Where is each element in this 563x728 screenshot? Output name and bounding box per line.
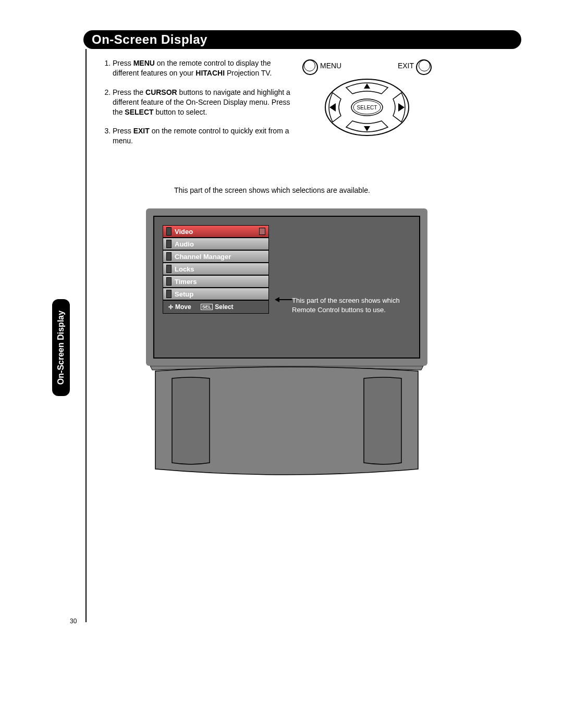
osd-label: Video <box>175 228 193 236</box>
sel-tag: SEL <box>201 304 213 310</box>
footer-move: Move <box>175 303 191 311</box>
remote-diagram: MENU EXIT SELECT <box>302 58 432 142</box>
text: Press <box>113 59 133 67</box>
bold-select: SELECT <box>125 108 153 116</box>
instruction-list: Press MENU on the remote control to disp… <box>100 58 298 155</box>
text: Projection TV. <box>225 69 272 77</box>
chevron-right-icon <box>259 228 265 235</box>
bold-exit: EXIT <box>133 127 150 135</box>
bold-menu: MENU <box>133 59 155 67</box>
exit-label: EXIT <box>398 61 414 70</box>
instruction-item: Press MENU on the remote control to disp… <box>113 58 298 78</box>
select-label: SELECT <box>357 105 377 110</box>
osd-label: Timers <box>175 278 197 286</box>
tv-illustration: Video Audio Channel Manager Locks Timers… <box>146 208 427 479</box>
exit-button-inner-icon <box>419 60 430 71</box>
osd-label: Audio <box>175 240 194 248</box>
osd-label: Setup <box>175 290 193 298</box>
manual-page: On-Screen Display Press MENU on the remo… <box>0 0 563 728</box>
text: Press <box>113 127 133 135</box>
menu-label: MENU <box>320 61 341 70</box>
tab-icon <box>166 227 172 236</box>
tab-icon <box>166 252 172 261</box>
menu-button-inner-icon <box>304 60 315 71</box>
osd-menu: Video Audio Channel Manager Locks Timers… <box>163 225 269 314</box>
footer-select: Select <box>215 303 233 311</box>
caption-remote-buttons: This part of the screen shows which Remo… <box>292 296 417 314</box>
tv-frame: Video Audio Channel Manager Locks Timers… <box>146 208 427 366</box>
osd-footer: ✢ Move SEL Select <box>163 300 269 314</box>
instruction-item: Press the CURSOR buttons to navigate and… <box>113 88 298 117</box>
osd-item-timers: Timers <box>163 275 269 288</box>
tab-icon <box>166 290 172 298</box>
side-tab-label: On-Screen Display <box>56 311 66 385</box>
section-title: On-Screen Display <box>83 30 521 47</box>
osd-item-locks: Locks <box>163 263 269 275</box>
tab-icon <box>166 277 172 286</box>
osd-item-audio: Audio <box>163 238 269 250</box>
tv-screen: Video Audio Channel Manager Locks Timers… <box>153 216 420 359</box>
move-arrows-icon: ✢ <box>168 304 173 311</box>
section-title-bar: On-Screen Display <box>83 30 521 49</box>
osd-item-video: Video <box>163 225 269 238</box>
tv-base <box>146 366 427 479</box>
tab-icon <box>166 240 172 248</box>
text: button to select. <box>154 108 207 116</box>
cursor-pad-icon: SELECT <box>323 77 411 138</box>
osd-label: Locks <box>175 265 194 273</box>
osd-label: Channel Manager <box>175 253 231 261</box>
bold-hitachi: HITACHI <box>195 69 225 77</box>
osd-item-setup: Setup <box>163 288 269 300</box>
text: Press the <box>113 88 145 96</box>
caption-available-selections: This part of the screen shows which sele… <box>174 186 370 195</box>
tab-icon <box>166 265 172 273</box>
page-number: 30 <box>70 618 77 625</box>
osd-item-channel-manager: Channel Manager <box>163 250 269 263</box>
instruction-item: Press EXIT on the remote control to quic… <box>113 126 298 146</box>
bold-cursor: CURSOR <box>145 88 177 96</box>
side-tab: On-Screen Display <box>52 299 70 396</box>
margin-rule <box>85 49 87 622</box>
arrow-left-icon <box>279 299 292 300</box>
